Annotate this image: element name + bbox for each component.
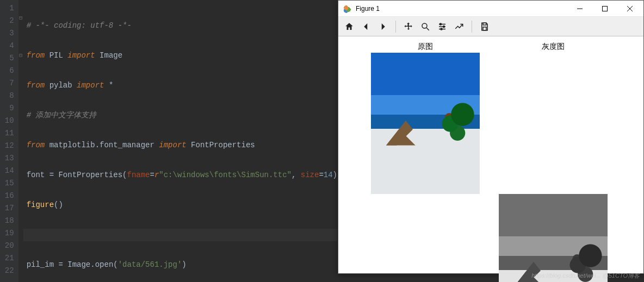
mod: pylab xyxy=(49,81,72,90)
edit-icon[interactable] xyxy=(451,19,467,34)
kw-from: from xyxy=(27,81,45,90)
close-button[interactable] xyxy=(617,1,642,17)
mod: matplotlib.font_manager xyxy=(49,141,154,149)
kw-import: import xyxy=(159,141,186,149)
svg-point-10 xyxy=(443,26,445,27)
toolbar-separator xyxy=(472,21,472,33)
code-editor[interactable]: 12345678910111213141516171819202122 ⊟⊟ #… xyxy=(0,0,337,282)
subplot-1-title: 原图 xyxy=(371,42,480,52)
code-area[interactable]: # -*- coding: utf-8 -*- from PIL import … xyxy=(23,0,337,282)
op: = xyxy=(49,171,54,179)
str: "c:\windows\fonts\SimSun.ttc" xyxy=(159,171,292,179)
minimize-button[interactable] xyxy=(567,1,592,17)
code-comment: # 添加中文字体支持 xyxy=(27,111,97,120)
subplot-1-image xyxy=(371,53,480,194)
var: pil_im xyxy=(27,260,54,269)
save-icon[interactable] xyxy=(477,19,492,34)
figure-canvas[interactable]: 原图 灰度图 xyxy=(338,36,643,273)
star: * xyxy=(109,81,113,90)
back-icon[interactable] xyxy=(358,19,374,34)
str: 'data/561.jpg' xyxy=(118,260,182,269)
op: = xyxy=(58,260,63,269)
call: figure xyxy=(27,200,54,209)
watermark: https://blog.csdn.net/wei... @51CTO博客 xyxy=(531,272,640,280)
figure-window[interactable]: Figure 1 原图 灰度图 xyxy=(338,0,644,274)
subplot-2-image xyxy=(499,194,608,282)
svg-rect-1 xyxy=(603,6,608,11)
kw-import: import xyxy=(67,51,95,60)
figure-toolbar xyxy=(338,17,643,36)
window-title: Figure 1 xyxy=(356,5,567,12)
svg-point-4 xyxy=(422,23,427,28)
call: Image.open xyxy=(67,260,113,269)
subplot-2-title: 灰度图 xyxy=(499,42,608,52)
forward-icon[interactable] xyxy=(375,19,391,34)
comma: , xyxy=(292,171,296,179)
configure-icon[interactable] xyxy=(435,19,450,34)
app-icon xyxy=(343,4,351,13)
kw-import: import xyxy=(77,81,104,90)
svg-point-9 xyxy=(440,23,442,25)
op: = xyxy=(319,171,323,179)
toolbar-separator xyxy=(395,21,396,33)
call: FontProperties xyxy=(58,171,122,179)
home-icon[interactable] xyxy=(342,19,357,34)
maximize-button[interactable] xyxy=(592,1,617,17)
pan-icon[interactable] xyxy=(401,19,416,34)
num: 14 xyxy=(324,171,333,179)
svg-rect-12 xyxy=(483,23,486,25)
kwarg: size xyxy=(301,171,319,179)
kwarg: fname xyxy=(127,171,150,179)
name: Image xyxy=(100,51,122,60)
current-line xyxy=(23,229,337,241)
code-comment: # -*- coding: utf-8 -*- xyxy=(27,21,132,30)
mod: PIL xyxy=(49,51,63,60)
window-titlebar[interactable]: Figure 1 xyxy=(338,1,643,17)
name: FontProperties xyxy=(191,141,255,149)
line-number-gutter: 12345678910111213141516171819202122 xyxy=(0,0,18,282)
svg-line-5 xyxy=(426,28,429,30)
var: font xyxy=(27,171,45,179)
svg-rect-13 xyxy=(483,27,486,30)
fold-column: ⊟⊟ xyxy=(18,0,23,282)
kw-from: from xyxy=(27,51,45,60)
svg-point-11 xyxy=(441,28,442,30)
op: = xyxy=(150,171,154,179)
zoom-icon[interactable] xyxy=(418,19,433,34)
kw-from: from xyxy=(27,141,45,149)
